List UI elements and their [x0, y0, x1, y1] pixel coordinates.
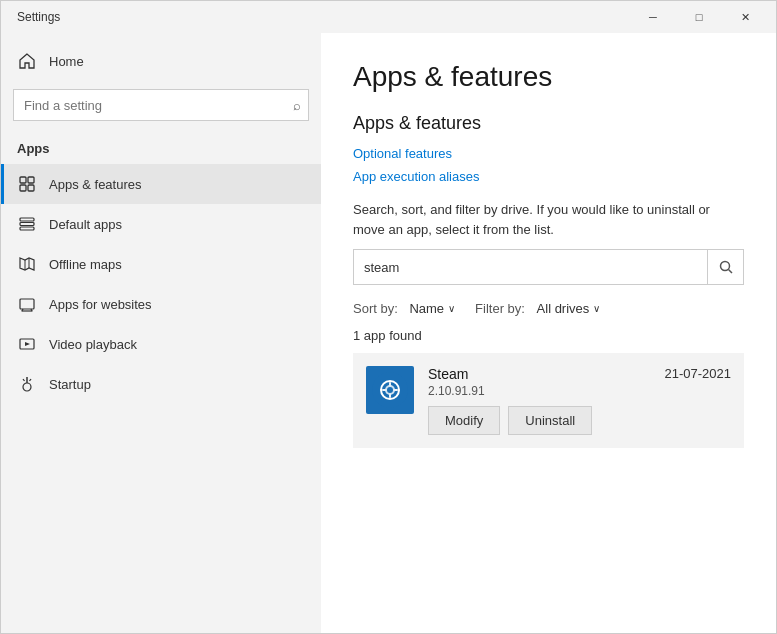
search-icon: ⌕ — [293, 98, 301, 113]
sidebar-item-default-apps-label: Default apps — [49, 217, 122, 232]
maximize-button[interactable]: □ — [676, 1, 722, 33]
sort-filter-row: Sort by: Name ∨ Filter by: All drives ∨ — [353, 301, 744, 316]
filter-value: All drives — [537, 301, 590, 316]
sort-by-control[interactable]: Sort by: Name ∨ — [353, 301, 455, 316]
svg-line-19 — [30, 379, 32, 381]
minimize-button[interactable]: ─ — [630, 1, 676, 33]
app-action-buttons: Modify Uninstall — [428, 406, 731, 435]
home-label: Home — [49, 54, 84, 69]
filter-chevron-icon: ∨ — [593, 303, 600, 314]
optional-features-link[interactable]: Optional features — [353, 146, 744, 161]
sidebar-item-offline-maps-label: Offline maps — [49, 257, 122, 272]
sidebar-item-video-playback-label: Video playback — [49, 337, 137, 352]
app-execution-aliases-link[interactable]: App execution aliases — [353, 169, 744, 184]
search-bar-icon[interactable] — [707, 249, 743, 285]
svg-line-21 — [728, 270, 732, 274]
offline-maps-icon — [17, 254, 37, 274]
filter-by-control[interactable]: Filter by: All drives ∨ — [475, 301, 600, 316]
video-playback-icon — [17, 334, 37, 354]
svg-rect-2 — [20, 185, 26, 191]
uninstall-button[interactable]: Uninstall — [508, 406, 592, 435]
sidebar-item-startup[interactable]: Startup — [1, 364, 321, 404]
search-input[interactable] — [13, 89, 309, 121]
startup-icon — [17, 374, 37, 394]
filter-label: Filter by: — [475, 301, 525, 316]
sort-value: Name — [409, 301, 444, 316]
main-subtitle: Apps & features — [353, 113, 744, 134]
sidebar-item-apps-websites-label: Apps for websites — [49, 297, 152, 312]
sidebar-item-home[interactable]: Home — [1, 41, 321, 81]
sidebar-item-apps-features-label: Apps & features — [49, 177, 142, 192]
app-version: 2.10.91.91 — [428, 384, 731, 398]
app-search-input[interactable] — [354, 260, 707, 275]
home-icon — [17, 51, 37, 71]
svg-rect-1 — [28, 177, 34, 183]
table-row[interactable]: Steam 2.10.91.91 Modify Uninstall 21-07-… — [353, 353, 744, 448]
titlebar: Settings ─ □ ✕ — [1, 1, 776, 33]
svg-line-18 — [23, 379, 25, 381]
titlebar-controls: ─ □ ✕ — [630, 1, 768, 33]
description-text: Search, sort, and filter by drive. If yo… — [353, 200, 744, 239]
apps-websites-icon — [17, 294, 37, 314]
sort-label: Sort by: — [353, 301, 398, 316]
sidebar-item-default-apps[interactable]: Default apps — [1, 204, 321, 244]
default-apps-icon — [17, 214, 37, 234]
steam-app-icon — [366, 366, 414, 414]
window-title: Settings — [17, 10, 60, 24]
app-search-bar — [353, 249, 744, 285]
svg-rect-0 — [20, 177, 26, 183]
main-content: Apps & features Apps & features Optional… — [321, 33, 776, 633]
svg-point-20 — [720, 262, 729, 271]
app-install-date: 21-07-2021 — [665, 366, 732, 381]
apps-features-icon — [17, 174, 37, 194]
svg-point-16 — [23, 383, 31, 391]
sidebar-item-offline-maps[interactable]: Offline maps — [1, 244, 321, 284]
sidebar-item-apps-websites[interactable]: Apps for websites — [1, 284, 321, 324]
svg-marker-15 — [25, 342, 30, 346]
svg-rect-5 — [20, 223, 34, 226]
modify-button[interactable]: Modify — [428, 406, 500, 435]
close-button[interactable]: ✕ — [722, 1, 768, 33]
sidebar-item-apps-features[interactable]: Apps & features — [1, 164, 321, 204]
page-title: Apps & features — [353, 61, 744, 93]
svg-rect-10 — [20, 299, 34, 309]
settings-window: Settings ─ □ ✕ Home ⌕ — [0, 0, 777, 634]
window-content: Home ⌕ Apps Apps & featur — [1, 33, 776, 633]
sidebar: Home ⌕ Apps Apps & featur — [1, 33, 321, 633]
sidebar-section-label: Apps — [1, 133, 321, 164]
svg-rect-4 — [20, 218, 34, 221]
sort-chevron-icon: ∨ — [448, 303, 455, 314]
sidebar-item-startup-label: Startup — [49, 377, 91, 392]
sidebar-search-container: ⌕ — [13, 89, 309, 121]
apps-found-count: 1 app found — [353, 328, 744, 343]
sidebar-item-video-playback[interactable]: Video playback — [1, 324, 321, 364]
svg-rect-3 — [28, 185, 34, 191]
svg-marker-7 — [20, 258, 34, 270]
svg-rect-6 — [20, 227, 34, 230]
svg-point-25 — [387, 387, 393, 393]
